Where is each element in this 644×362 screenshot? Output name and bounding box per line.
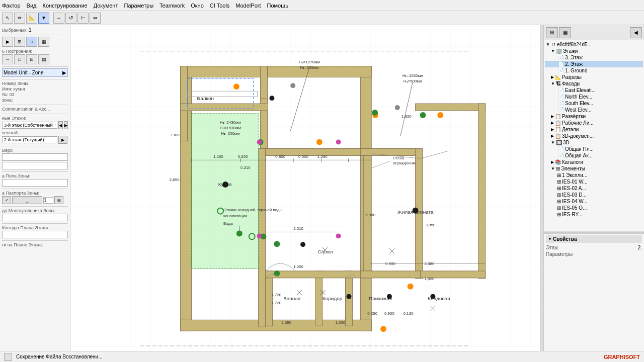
- build-tool-1[interactable]: ↔: [2, 54, 13, 64]
- tree-3ddocs[interactable]: ▶📋 3D-докумен...: [545, 133, 643, 139]
- current-floor-input[interactable]: [2, 122, 57, 129]
- tool-pencil[interactable]: ✏: [14, 13, 25, 24]
- tree-unroll[interactable]: ▶📋 Развёртки: [545, 113, 643, 120]
- tree-catalogs[interactable]: ▶📚 Каталоги: [545, 159, 643, 165]
- floor-plan-svg: H₁=1270мм H₂=500мм H₁=1530мм H₂=500мм 13…: [70, 25, 540, 351]
- floor-prop-label: Этаж: [546, 245, 558, 250]
- floor-prev[interactable]: ◀: [58, 121, 63, 129]
- tree-north-elev[interactable]: 📄 North Elev...: [545, 94, 643, 100]
- tool-stretch[interactable]: ⇔: [90, 13, 101, 24]
- svg-text:H₃=200мм: H₃=200мм: [221, 131, 240, 136]
- tool-pointer[interactable]: ↖: [2, 13, 13, 24]
- menu-help[interactable]: Помощь: [267, 3, 288, 9]
- height2-input[interactable]: 0: [2, 162, 68, 169]
- svg-rect-13: [261, 66, 268, 99]
- ref-floor-input[interactable]: [2, 136, 57, 143]
- params-label: Параметры: [546, 251, 573, 257]
- svg-text:H₂=1530мм: H₂=1530мм: [220, 126, 241, 130]
- right-view-btn2[interactable]: ▦: [559, 27, 571, 38]
- height-input[interactable]: 2700: [2, 153, 68, 161]
- contour-input[interactable]: Solid Line: [2, 231, 68, 238]
- tree-3d[interactable]: ▼🔲 3D: [545, 139, 643, 146]
- tree-sections[interactable]: ▶ 📐 Разрезы: [545, 74, 643, 80]
- svg-text:H₁=1270мм: H₁=1270мм: [299, 60, 320, 64]
- menu-document[interactable]: Документ: [94, 3, 118, 9]
- tool-measure[interactable]: 📐: [26, 13, 37, 24]
- transport-check[interactable]: ✓: [2, 196, 11, 204]
- tool-select-arrow[interactable]: ▼: [38, 13, 49, 24]
- svg-rect-7: [181, 66, 372, 77]
- svg-point-94: [408, 284, 414, 290]
- left-tool-4[interactable]: ▦: [38, 37, 49, 47]
- right-nav-prev[interactable]: ◀: [630, 27, 642, 38]
- left-tool-1[interactable]: ▶: [2, 37, 13, 47]
- transport-grid[interactable]: ⊞: [54, 196, 63, 204]
- height-label: Верх:: [2, 148, 68, 153]
- tree-floor3[interactable]: 📄 3. Этаж: [545, 54, 643, 61]
- tree-west-elev[interactable]: 📄 West Elev...: [545, 107, 643, 113]
- transport-value[interactable]: [43, 197, 53, 204]
- tool-rotate[interactable]: ↺: [65, 13, 76, 24]
- tree-iesry[interactable]: ⊞ IES-RY...: [545, 211, 643, 218]
- left-tool-3[interactable]: ○: [26, 37, 37, 47]
- svg-point-114: [336, 140, 341, 145]
- menu-params[interactable]: Параметры: [124, 3, 153, 9]
- status-icon-1: [4, 353, 12, 361]
- tree-south-elev[interactable]: 📄 South Elev...: [545, 100, 643, 107]
- tree-facades[interactable]: ▼ 🏗 Фасады: [545, 80, 643, 87]
- tree-element-1[interactable]: ⊞ 1 Экспли...: [545, 172, 643, 178]
- menu-window[interactable]: Окно: [191, 3, 204, 9]
- svg-rect-18: [478, 104, 486, 279]
- menu-teamwork[interactable]: Teamwork: [159, 3, 185, 9]
- tree-general-ak[interactable]: 📄 Общая Ак...: [545, 152, 643, 159]
- transport-bar[interactable]: _: [12, 196, 42, 204]
- svg-text:Коридор: Коридор: [323, 296, 343, 301]
- tree-general-plan[interactable]: 📄 Общая Пл...: [545, 146, 643, 152]
- build-tool-2[interactable]: □: [14, 54, 25, 64]
- svg-text:2,290: 2,290: [281, 320, 291, 325]
- menu-vid[interactable]: Вид: [27, 3, 37, 9]
- floor-next[interactable]: ▶: [64, 121, 68, 129]
- polygon-input[interactable]: 60: [2, 214, 68, 221]
- svg-point-97: [269, 96, 274, 101]
- svg-text:ограждения: ограждения: [393, 161, 415, 165]
- svg-text:Балкон: Балкон: [197, 96, 214, 101]
- tree-details[interactable]: ▶📋 Детали: [545, 126, 643, 133]
- model-zone-label[interactable]: Model Unit - Zone: [4, 70, 43, 75]
- left-tool-2[interactable]: ⊞: [14, 37, 25, 47]
- tree-ies03[interactable]: ⊞ IES-03 D...: [545, 192, 643, 198]
- tree-ies01[interactable]: ⊞ IES-01 W...: [545, 178, 643, 185]
- menu-factor[interactable]: Фактор: [2, 3, 21, 9]
- tree-floor1[interactable]: 📄 1. Ground: [545, 67, 643, 74]
- floor-area-input[interactable]: 100: [2, 179, 68, 187]
- svg-point-102: [430, 294, 435, 299]
- svg-rect-15: [360, 149, 420, 156]
- svg-text:1,920: 1,920: [424, 277, 434, 281]
- tree-floor2[interactable]: 📄 2. Этаж: [545, 61, 643, 67]
- svg-point-113: [257, 140, 262, 145]
- canvas-area[interactable]: H₁=1270мм H₂=500мм H₁=1530мм H₂=500мм 13…: [70, 25, 540, 351]
- build-tool-4[interactable]: ▤: [38, 54, 49, 64]
- menu-citools[interactable]: CI Tools: [210, 3, 230, 9]
- right-view-btn1[interactable]: ⊞: [546, 27, 558, 38]
- tree-ies04[interactable]: ⊞ IES-04 W...: [545, 198, 643, 205]
- model-zone-arrow[interactable]: ▶: [62, 70, 66, 75]
- menu-modelport[interactable]: ModelPort: [235, 3, 261, 9]
- tree-work-lists[interactable]: ▶📋 Рабочие Ли...: [545, 120, 643, 126]
- tree-floors[interactable]: ▼ 🏢 Этажи: [545, 48, 643, 54]
- tree-ies02[interactable]: ⊞ IES-02 A...: [545, 185, 643, 192]
- svg-text:Стояки холодной, горячей воды,: Стояки холодной, горячей воды,: [223, 208, 283, 212]
- build-tool-3[interactable]: ⊡: [26, 54, 37, 64]
- tree-ies05[interactable]: ⊞ IES-05 O...: [545, 205, 643, 211]
- tree-east-elev[interactable]: 📄 East Elevati...: [545, 87, 643, 94]
- tree-elements[interactable]: ▼⊞ Элементы: [545, 165, 643, 172]
- menu-construct[interactable]: Конструирование: [42, 3, 87, 9]
- svg-text:0,210: 0,210: [240, 165, 251, 170]
- tool-move[interactable]: ↔: [53, 13, 64, 24]
- svg-text:0,290: 0,290: [367, 311, 377, 316]
- comm-label: Communication & Acc...: [2, 107, 68, 112]
- tool-trim[interactable]: ⊢: [77, 13, 89, 24]
- ref-floor-btn[interactable]: ▶: [58, 136, 67, 144]
- svg-rect-21: [315, 271, 323, 326]
- tree-root[interactable]: ▼ 🗋 e8cfdf6b24d5...: [545, 41, 643, 48]
